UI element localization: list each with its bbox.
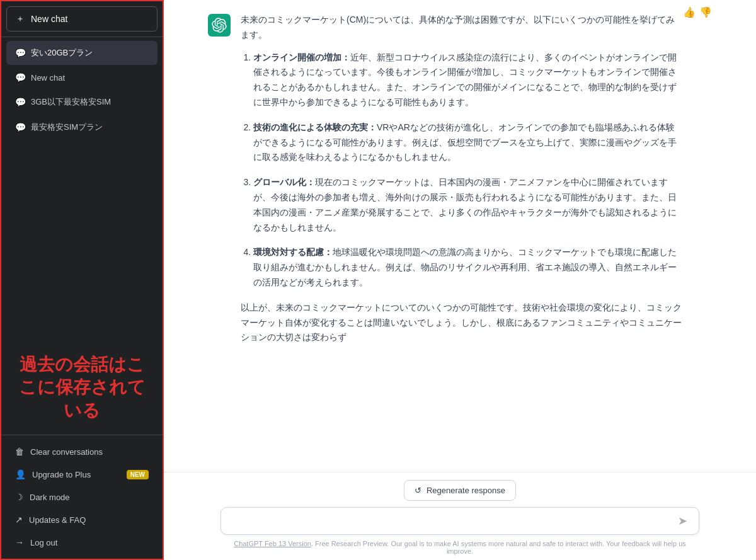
assistant-avatar: [208, 14, 231, 37]
main-area: 未来のコミックマーケット(CM)については、具体的な予測は困難ですが、以下にいく…: [164, 0, 756, 560]
chat-icon: 💬: [15, 72, 26, 83]
sidebar-action-updates[interactable]: ↗ Updates & FAQ: [6, 508, 158, 531]
sidebar-action-logout[interactable]: → Log out: [6, 531, 158, 554]
message-vote-actions: 👍 👎: [683, 6, 712, 18]
chat-title: New chat: [31, 73, 149, 83]
updates-icon: ↗: [15, 515, 23, 525]
sidebar-action-clear[interactable]: 🗑 Clear conversations: [6, 440, 158, 463]
message-conclusion: 以上が、未来のコミックマーケットについてのいくつかの可能性です。技術や社会環境の…: [241, 300, 683, 345]
sidebar: ＋ New chat 💬 安い20GBプラン ✏ 🗑 💬 New chat 💬 …: [0, 0, 164, 560]
footer-note-body: . Free Research Preview. Our goal is to …: [311, 540, 686, 555]
message-points: オンライン開催の増加：近年、新型コロナウイルス感染症の流行により、多くのイベント…: [241, 50, 683, 290]
input-row: ➤: [220, 507, 699, 535]
chat-title: 3GB以下最安格安SIM: [31, 96, 149, 108]
chat-list-item[interactable]: 💬 最安格安SIMプラン: [6, 115, 158, 139]
message-point: 技術の進化による体験の充実：VRやARなどの技術が進化し、オンラインでの参加でも…: [253, 120, 683, 165]
thumbs-up-button[interactable]: 👍: [683, 6, 696, 18]
regenerate-label: Regenerate response: [427, 486, 505, 495]
sidebar-action-upgrade[interactable]: 👤 Upgrade to PlusNEW: [6, 463, 158, 486]
chat-icon: 💬: [15, 48, 26, 58]
message-point: 環境対対する配慮：地球温暖化や環境問題への意識の高まりから、コミックマーケットで…: [253, 245, 683, 290]
thumbs-down-button[interactable]: 👎: [699, 6, 712, 18]
chat-list-item[interactable]: 💬 3GB以下最安格安SIM: [6, 90, 158, 114]
sidebar-bottom: 🗑 Clear conversations👤 Upgrade to PlusNE…: [1, 435, 163, 559]
new-badge: NEW: [127, 470, 149, 479]
updates-label: Updates & FAQ: [29, 515, 86, 525]
message-intro: 未来のコミックマーケット(CM)については、具体的な予測は困難ですが、以下にいく…: [241, 13, 683, 43]
chat-input[interactable]: [230, 516, 675, 526]
upgrade-label: Upgrade to Plus: [32, 470, 91, 479]
chat-list-item[interactable]: 💬 安い20GBプラン ✏ 🗑: [6, 41, 158, 65]
send-button[interactable]: ➤: [675, 514, 690, 528]
logout-label: Log out: [30, 538, 57, 547]
message-row: 未来のコミックマーケット(CM)については、具体的な予測は困難ですが、以下にいく…: [208, 13, 712, 353]
chat-icon: 💬: [15, 122, 26, 132]
chat-messages: 未来のコミックマーケット(CM)については、具体的な予測は困難ですが、以下にいく…: [164, 0, 756, 472]
darkmode-label: Dark mode: [30, 493, 70, 502]
chat-footer: ↺ Regenerate response ➤ ChatGPT Feb 13 V…: [164, 472, 756, 560]
sidebar-top: ＋ New chat: [1, 1, 163, 37]
chat-title: 最安格安SIMプラン: [31, 122, 149, 133]
clear-icon: 🗑: [15, 447, 24, 457]
footer-note: ChatGPT Feb 13 Version. Free Research Pr…: [220, 540, 699, 555]
chat-list: 💬 安い20GBプラン ✏ 🗑 💬 New chat 💬 3GB以下最安格安SI…: [1, 37, 163, 341]
regenerate-icon: ↺: [415, 486, 421, 495]
logout-icon: →: [15, 537, 24, 547]
darkmode-icon: ☽: [15, 492, 23, 502]
upgrade-icon: 👤: [15, 469, 26, 479]
chat-title: 安い20GBプラン: [31, 47, 149, 59]
new-chat-label: New chat: [31, 14, 67, 24]
message-point: グローバル化：現在のコミックマーケットは、日本国内の漫画・アニメファンを中心に開…: [253, 175, 683, 235]
plus-icon: ＋: [16, 13, 25, 25]
sidebar-action-darkmode[interactable]: ☽ Dark mode: [6, 486, 158, 508]
chat-list-item[interactable]: 💬 New chat: [6, 66, 158, 89]
past-chat-notice: 過去の会話はここに保存されている: [1, 341, 163, 435]
chat-icon: 💬: [15, 97, 26, 107]
message-content: 未来のコミックマーケット(CM)については、具体的な予測は困難ですが、以下にいく…: [241, 13, 683, 353]
clear-label: Clear conversations: [30, 447, 103, 457]
new-chat-button[interactable]: ＋ New chat: [6, 6, 158, 31]
regenerate-button[interactable]: ↺ Regenerate response: [404, 480, 516, 501]
version-link[interactable]: ChatGPT Feb 13 Version: [234, 540, 311, 547]
message-point: オンライン開催の増加：近年、新型コロナウイルス感染症の流行により、多くのイベント…: [253, 50, 683, 110]
